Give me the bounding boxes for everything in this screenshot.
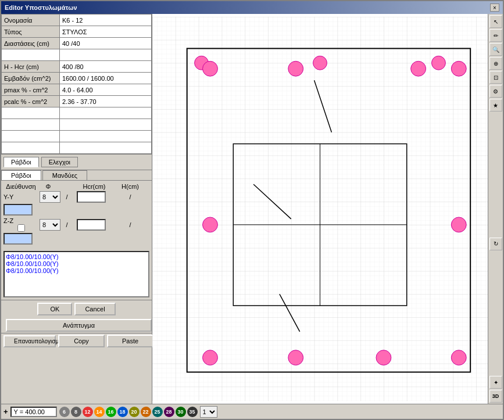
- empty-row-1: [2, 49, 152, 61]
- ok-button[interactable]: OK: [37, 303, 72, 315]
- num-25[interactable]: 25: [152, 407, 163, 417]
- h-header: H(cm): [113, 183, 148, 190]
- list-item[interactable]: Φ8/10.00/10.00(Y): [6, 253, 147, 260]
- close-button[interactable]: ×: [490, 3, 499, 12]
- star-icon[interactable]: ★: [489, 99, 502, 112]
- zz-hcr-input[interactable]: 8: [77, 219, 106, 231]
- pmax-label: pmax % - cm^2: [2, 84, 60, 96]
- diastaseis-label: Διαστάσεις (cm): [2, 38, 60, 49]
- svg-point-16: [411, 61, 426, 76]
- empty-row-5: [2, 142, 152, 154]
- footer-row: Επαναυπολογισμός Copy Paste: [1, 333, 152, 349]
- canvas-wrapper: ↖ ✏ 🔍 ⊕ ⊡ ⚙ ★ ↻ ✦ 3D: [152, 14, 503, 404]
- rebar-row-zz: Z-Z 810121416 / 8 / 10: [3, 217, 149, 245]
- eraser-icon[interactable]: ✦: [489, 376, 502, 389]
- diastaseis-value: 40 /40: [60, 38, 152, 49]
- pencil-icon[interactable]: ✏: [489, 29, 502, 42]
- dir-header: Διεύθυνση: [3, 183, 38, 190]
- paste-button[interactable]: Paste: [107, 335, 153, 347]
- yy-label: Y-Y: [3, 193, 38, 200]
- info-row-emvadon: Εμβαδόν (cm^2) 1600.00 / 1600.00: [2, 73, 152, 84]
- svg-point-23: [451, 350, 466, 365]
- select-icon[interactable]: ⊡: [489, 71, 502, 84]
- svg-point-17: [451, 61, 466, 76]
- svg-point-11: [313, 56, 327, 70]
- empty-row-4: [2, 131, 152, 142]
- epanaypologismos-button[interactable]: Επαναυπολογισμός: [3, 335, 56, 347]
- sub-tabs: Ράβδοι Μανδύες: [1, 170, 152, 181]
- typos-label: Τύπος: [2, 26, 60, 38]
- canvas-container: [152, 14, 488, 404]
- h-hcr-value: 400 /80: [60, 61, 152, 73]
- yy-hcr-input[interactable]: 8: [77, 191, 106, 203]
- sub-tab-ravdoi[interactable]: Ράβδοι: [1, 170, 41, 180]
- coord-display: Y = 400.00: [10, 407, 57, 417]
- ok-cancel-area: OK Cancel: [1, 300, 152, 318]
- sub-tab-mandyes[interactable]: Μανδύες: [42, 170, 87, 180]
- tab-elegxoi[interactable]: Ελεγχοι: [41, 157, 78, 167]
- svg-point-15: [288, 61, 303, 76]
- zoom-in-icon[interactable]: 🔍: [489, 43, 502, 56]
- rebar-row-yy: Y-Y 810121416 / 8 / 10: [3, 191, 149, 216]
- pmax-value: 4.0 - 64.00: [60, 84, 152, 96]
- num-18[interactable]: 18: [117, 407, 128, 417]
- num-8[interactable]: 8: [71, 407, 81, 417]
- empty-row-2: [2, 107, 152, 119]
- three-d-label[interactable]: 3D: [489, 390, 502, 403]
- main-window: Editor Υποστυλωμάτων × Ονομασία K6 - 12 …: [0, 0, 504, 420]
- num-30[interactable]: 30: [176, 407, 186, 417]
- tabs-area: Ράβδοι Ελεγχοι: [1, 155, 152, 170]
- number-circles: 6 8 12 14 16 18 20 22 25 28 30 35: [59, 407, 198, 417]
- list-item[interactable]: Φ8/10.00/10.00(Y): [6, 267, 147, 274]
- info-table: Ονομασία K6 - 12 Τύπος ΣΤΥΛΟΣ Διαστάσεις…: [1, 14, 152, 155]
- rebar-list[interactable]: Φ8/10.00/10.00(Y) Φ8/10.00/10.00(Y) Φ8/1…: [3, 251, 149, 297]
- settings-icon[interactable]: ⚙: [489, 85, 502, 98]
- zz-checkbox[interactable]: [17, 224, 25, 232]
- info-row-h-hcr: H - Hcr (cm) 400 /80: [2, 61, 152, 73]
- hcr-header: Hcr(cm): [77, 183, 112, 190]
- main-content: Ονομασία K6 - 12 Τύπος ΣΤΥΛΟΣ Διαστάσεις…: [1, 14, 503, 404]
- zz-label: Z-Z: [3, 217, 38, 232]
- onomasia-value: K6 - 12: [60, 15, 152, 26]
- dim-select[interactable]: 123: [200, 406, 217, 418]
- list-item[interactable]: Φ8/10.00/10.00(Y): [6, 260, 147, 267]
- title-bar: Editor Υποστυλωμάτων ×: [1, 1, 503, 14]
- info-row-typos: Τύπος ΣΤΥΛΟΣ: [2, 26, 152, 38]
- num-28[interactable]: 28: [164, 407, 174, 417]
- phi-header: Φ: [40, 183, 57, 190]
- emvadon-label: Εμβαδόν (cm^2): [2, 73, 60, 84]
- main-canvas[interactable]: [152, 14, 488, 404]
- svg-point-19: [451, 217, 466, 232]
- cursor-icon[interactable]: ↖: [489, 15, 502, 28]
- emvadon-value: 1600.00 / 1600.00: [60, 73, 152, 84]
- zz-h-input[interactable]: 10: [3, 233, 33, 245]
- cancel-button[interactable]: Cancel: [74, 303, 115, 315]
- zz-phi-select[interactable]: 810121416: [40, 219, 60, 231]
- num-20[interactable]: 20: [129, 407, 140, 417]
- svg-point-18: [203, 217, 218, 232]
- num-14[interactable]: 14: [94, 407, 105, 417]
- pcalc-label: pcalc % - cm^2: [2, 96, 60, 107]
- plus-sign: +: [3, 407, 8, 416]
- anaptygma-button[interactable]: Ανάπτυγμα: [6, 319, 152, 332]
- info-row-diastaseis: Διαστάσεις (cm) 40 /40: [2, 38, 152, 49]
- svg-point-21: [288, 350, 303, 365]
- right-toolbar: ↖ ✏ 🔍 ⊕ ⊡ ⚙ ★ ↻ ✦ 3D: [488, 14, 503, 404]
- num-22[interactable]: 22: [141, 407, 151, 417]
- rebar-header: Διεύθυνση Φ Hcr(cm) H(cm): [3, 183, 149, 190]
- svg-point-20: [203, 350, 218, 365]
- num-16[interactable]: 16: [106, 407, 116, 417]
- svg-point-14: [203, 61, 218, 76]
- info-row-pmax: pmax % - cm^2 4.0 - 64.00: [2, 84, 152, 96]
- copy-button[interactable]: Copy: [58, 335, 105, 347]
- num-35[interactable]: 35: [187, 407, 198, 417]
- refresh-icon[interactable]: ↻: [489, 238, 502, 250]
- info-row-pcalc: pcalc % - cm^2 2.36 - 37.70: [2, 96, 152, 107]
- globe-icon[interactable]: ⊕: [489, 57, 502, 70]
- info-row-onomasia: Ονομασία K6 - 12: [2, 15, 152, 26]
- yy-phi-select[interactable]: 810121416: [40, 191, 60, 203]
- num-12[interactable]: 12: [83, 407, 93, 417]
- tab-ravdoi[interactable]: Ράβδοι: [3, 157, 39, 167]
- num-6[interactable]: 6: [59, 407, 70, 417]
- yy-h-input[interactable]: 10: [3, 204, 33, 216]
